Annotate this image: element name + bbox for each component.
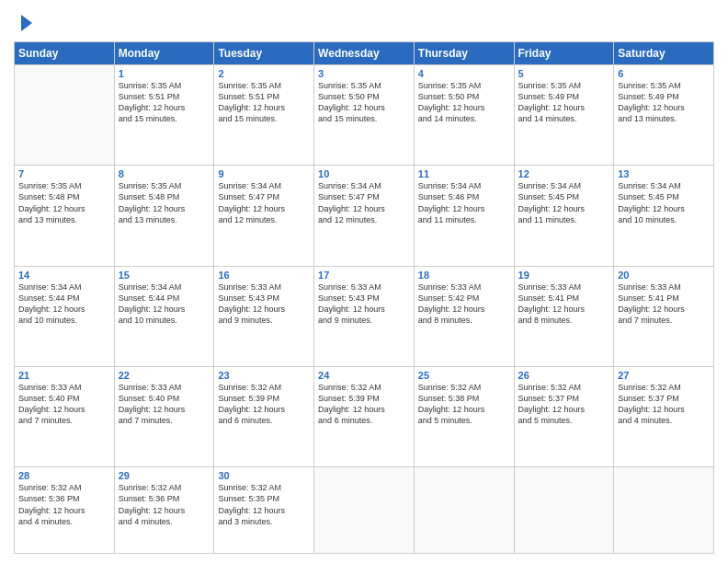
day-number: 16 [218,270,310,281]
day-number: 2 [218,68,310,79]
day-number: 22 [119,370,210,381]
table-row: 15Sunrise: 5:34 AM Sunset: 5:44 PM Dayli… [114,266,214,366]
day-info: Sunrise: 5:35 AM Sunset: 5:49 PM Dayligh… [518,80,610,125]
day-number: 18 [418,270,510,281]
table-row: 9Sunrise: 5:34 AM Sunset: 5:47 PM Daylig… [214,166,314,266]
day-info: Sunrise: 5:35 AM Sunset: 5:48 PM Dayligh… [119,180,210,225]
table-row: 17Sunrise: 5:33 AM Sunset: 5:43 PM Dayli… [314,266,415,366]
day-number: 19 [518,270,610,281]
day-number: 12 [518,168,610,179]
header-friday: Friday [514,42,614,65]
table-row: 5Sunrise: 5:35 AM Sunset: 5:49 PM Daylig… [514,65,614,166]
day-number: 30 [218,470,310,481]
svg-marker-0 [21,15,32,31]
table-row: 27Sunrise: 5:32 AM Sunset: 5:37 PM Dayli… [614,366,714,466]
table-row: 26Sunrise: 5:32 AM Sunset: 5:37 PM Dayli… [514,366,614,466]
table-row: 11Sunrise: 5:34 AM Sunset: 5:46 PM Dayli… [414,166,514,266]
day-info: Sunrise: 5:32 AM Sunset: 5:36 PM Dayligh… [18,482,110,527]
day-info: Sunrise: 5:34 AM Sunset: 5:44 PM Dayligh… [119,282,210,327]
header-tuesday: Tuesday [214,42,314,65]
header-monday: Monday [114,42,214,65]
table-row: 18Sunrise: 5:33 AM Sunset: 5:42 PM Dayli… [414,266,514,366]
day-number: 17 [318,270,410,281]
day-info: Sunrise: 5:32 AM Sunset: 5:35 PM Dayligh… [218,482,310,527]
day-info: Sunrise: 5:32 AM Sunset: 5:36 PM Dayligh… [119,482,210,527]
day-info: Sunrise: 5:33 AM Sunset: 5:43 PM Dayligh… [318,282,410,327]
table-row: 1Sunrise: 5:35 AM Sunset: 5:51 PM Daylig… [114,65,214,166]
header-saturday: Saturday [614,42,714,65]
day-info: Sunrise: 5:32 AM Sunset: 5:37 PM Dayligh… [618,382,710,427]
table-row: 8Sunrise: 5:35 AM Sunset: 5:48 PM Daylig… [114,166,214,266]
table-row: 3Sunrise: 5:35 AM Sunset: 5:50 PM Daylig… [314,65,415,166]
day-info: Sunrise: 5:33 AM Sunset: 5:40 PM Dayligh… [18,382,110,427]
table-row: 2Sunrise: 5:35 AM Sunset: 5:51 PM Daylig… [214,65,314,166]
day-info: Sunrise: 5:35 AM Sunset: 5:51 PM Dayligh… [119,80,210,125]
page: Sunday Monday Tuesday Wednesday Thursday… [0,0,728,563]
calendar-table: Sunday Monday Tuesday Wednesday Thursday… [14,41,714,554]
day-number: 9 [218,168,310,179]
table-row: 16Sunrise: 5:33 AM Sunset: 5:43 PM Dayli… [214,266,314,366]
day-info: Sunrise: 5:34 AM Sunset: 5:47 PM Dayligh… [218,180,310,225]
table-row: 10Sunrise: 5:34 AM Sunset: 5:47 PM Dayli… [314,166,415,266]
header-wednesday: Wednesday [314,42,415,65]
table-row: 29Sunrise: 5:32 AM Sunset: 5:36 PM Dayli… [114,467,214,554]
day-number: 27 [618,370,710,381]
day-info: Sunrise: 5:32 AM Sunset: 5:39 PM Dayligh… [218,382,310,427]
day-info: Sunrise: 5:32 AM Sunset: 5:38 PM Dayligh… [418,382,510,427]
day-number: 13 [618,168,710,179]
day-number: 25 [418,370,510,381]
day-info: Sunrise: 5:34 AM Sunset: 5:45 PM Dayligh… [618,180,710,225]
table-row: 24Sunrise: 5:32 AM Sunset: 5:39 PM Dayli… [314,366,415,466]
table-row: 25Sunrise: 5:32 AM Sunset: 5:38 PM Dayli… [414,366,514,466]
day-number: 7 [18,168,110,179]
day-number: 8 [119,168,210,179]
table-row: 6Sunrise: 5:35 AM Sunset: 5:49 PM Daylig… [614,65,714,166]
table-row [514,467,614,554]
day-number: 14 [18,270,110,281]
day-number: 4 [418,68,510,79]
table-row: 21Sunrise: 5:33 AM Sunset: 5:40 PM Dayli… [15,366,115,466]
day-info: Sunrise: 5:33 AM Sunset: 5:40 PM Dayligh… [119,382,210,427]
day-info: Sunrise: 5:35 AM Sunset: 5:48 PM Dayligh… [18,180,110,225]
logo [14,13,36,33]
table-row: 4Sunrise: 5:35 AM Sunset: 5:50 PM Daylig… [414,65,514,166]
day-number: 20 [618,270,710,281]
day-info: Sunrise: 5:35 AM Sunset: 5:49 PM Dayligh… [618,80,710,125]
header-sunday: Sunday [15,42,115,65]
table-row: 12Sunrise: 5:34 AM Sunset: 5:45 PM Dayli… [514,166,614,266]
day-info: Sunrise: 5:35 AM Sunset: 5:51 PM Dayligh… [218,80,310,125]
day-info: Sunrise: 5:33 AM Sunset: 5:41 PM Dayligh… [618,282,710,327]
table-row: 19Sunrise: 5:33 AM Sunset: 5:41 PM Dayli… [514,266,614,366]
logo-icon [16,13,36,33]
header-thursday: Thursday [414,42,514,65]
day-number: 29 [119,470,210,481]
day-number: 23 [218,370,310,381]
table-row [314,467,415,554]
day-number: 5 [518,68,610,79]
day-number: 3 [318,68,410,79]
table-row: 28Sunrise: 5:32 AM Sunset: 5:36 PM Dayli… [15,467,115,554]
day-info: Sunrise: 5:32 AM Sunset: 5:37 PM Dayligh… [518,382,610,427]
table-row: 13Sunrise: 5:34 AM Sunset: 5:45 PM Dayli… [614,166,714,266]
table-row: 20Sunrise: 5:33 AM Sunset: 5:41 PM Dayli… [614,266,714,366]
table-row: 7Sunrise: 5:35 AM Sunset: 5:48 PM Daylig… [15,166,115,266]
day-info: Sunrise: 5:32 AM Sunset: 5:39 PM Dayligh… [318,382,410,427]
day-info: Sunrise: 5:34 AM Sunset: 5:47 PM Dayligh… [318,180,410,225]
day-info: Sunrise: 5:35 AM Sunset: 5:50 PM Dayligh… [418,80,510,125]
day-info: Sunrise: 5:34 AM Sunset: 5:45 PM Dayligh… [518,180,610,225]
day-number: 6 [618,68,710,79]
day-number: 26 [518,370,610,381]
day-number: 10 [318,168,410,179]
day-number: 1 [119,68,210,79]
day-info: Sunrise: 5:33 AM Sunset: 5:43 PM Dayligh… [218,282,310,327]
day-info: Sunrise: 5:35 AM Sunset: 5:50 PM Dayligh… [318,80,410,125]
day-info: Sunrise: 5:34 AM Sunset: 5:46 PM Dayligh… [418,180,510,225]
day-number: 11 [418,168,510,179]
day-number: 24 [318,370,410,381]
day-number: 28 [18,470,110,481]
table-row: 30Sunrise: 5:32 AM Sunset: 5:35 PM Dayli… [214,467,314,554]
table-row: 14Sunrise: 5:34 AM Sunset: 5:44 PM Dayli… [15,266,115,366]
table-row [614,467,714,554]
table-row: 23Sunrise: 5:32 AM Sunset: 5:39 PM Dayli… [214,366,314,466]
day-info: Sunrise: 5:34 AM Sunset: 5:44 PM Dayligh… [18,282,110,327]
